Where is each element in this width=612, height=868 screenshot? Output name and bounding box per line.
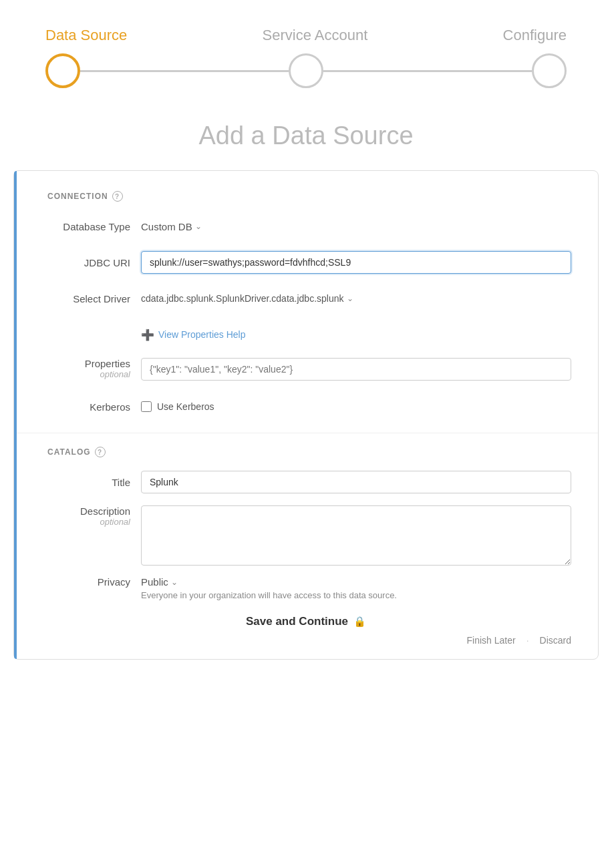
- privacy-label: Privacy: [47, 576, 141, 588]
- catalog-title-input[interactable]: [141, 471, 571, 493]
- view-props-label: View Properties Help: [158, 329, 245, 340]
- step-label-configure: Configure: [503, 27, 567, 44]
- stepper-circles: [45, 53, 567, 88]
- driver-value: cdata.jdbc.splunk.SplunkDriver.cdata.jdb…: [141, 293, 344, 304]
- finish-later-link[interactable]: Finish Later: [466, 635, 515, 646]
- save-btn-row: Save and Continue 🔒: [14, 615, 598, 628]
- view-props-link[interactable]: ➕ View Properties Help: [141, 329, 571, 341]
- connection-section: CONNECTION ? Database Type Custom DB ⌄ J…: [14, 191, 598, 419]
- step-2[interactable]: [289, 53, 323, 88]
- page-title: Add a Data Source: [0, 122, 612, 150]
- kerberos-checkbox-label: Use Kerberos: [157, 401, 214, 412]
- properties-input[interactable]: [141, 358, 571, 381]
- db-type-value: Custom DB: [141, 221, 192, 232]
- step-3[interactable]: [532, 53, 567, 88]
- stepper-section: Data Source Service Account Configure: [0, 0, 612, 101]
- db-type-label: Database Type: [47, 221, 141, 232]
- catalog-title-label: Title: [47, 477, 141, 488]
- properties-label: Properties optional: [47, 358, 141, 379]
- db-type-caret: ⌄: [195, 222, 202, 231]
- db-type-row: Database Type Custom DB ⌄: [47, 214, 571, 239]
- separator: ·: [526, 635, 529, 646]
- kerberos-row: Kerberos Use Kerberos: [47, 394, 571, 419]
- driver-select[interactable]: cdata.jdbc.splunk.SplunkDriver.cdata.jdb…: [141, 293, 353, 304]
- kerberos-label: Kerberos: [47, 401, 141, 413]
- select-driver-label: Select Driver: [47, 293, 141, 304]
- kerberos-checkbox-row[interactable]: Use Kerberos: [141, 401, 214, 412]
- privacy-value: Public: [141, 576, 168, 588]
- db-type-select[interactable]: Custom DB ⌄: [141, 221, 202, 232]
- catalog-section: CATALOG ? Title Description optional Pri…: [14, 447, 598, 602]
- description-label: Description optional: [47, 505, 141, 527]
- jdbc-uri-input[interactable]: [141, 251, 571, 274]
- step-label-service-account: Service Account: [263, 27, 368, 44]
- stepper-labels: Data Source Service Account Configure: [45, 27, 567, 53]
- privacy-section: Public ⌄ Everyone in your organization w…: [141, 576, 397, 600]
- jdbc-uri-label: JDBC URI: [47, 257, 141, 268]
- kerberos-checkbox[interactable]: [141, 401, 152, 412]
- step-1[interactable]: [45, 53, 80, 88]
- save-button[interactable]: Save and Continue 🔒: [246, 615, 366, 628]
- stepper-line-2: [323, 70, 532, 72]
- connection-help-icon[interactable]: ?: [112, 191, 123, 202]
- jdbc-uri-row: JDBC URI: [47, 250, 571, 275]
- bottom-links: Finish Later · Discard: [14, 635, 598, 646]
- save-label: Save and Continue: [246, 615, 348, 628]
- privacy-row: Privacy Public ⌄ Everyone in your organi…: [47, 576, 571, 602]
- properties-row: Properties optional: [47, 358, 571, 383]
- section-divider: [14, 433, 598, 433]
- step-circle-1[interactable]: [45, 53, 80, 88]
- description-textarea[interactable]: [141, 505, 571, 566]
- privacy-caret: ⌄: [171, 578, 178, 587]
- step-circle-2[interactable]: [289, 53, 323, 88]
- description-row: Description optional: [47, 505, 571, 566]
- discard-link[interactable]: Discard: [540, 635, 571, 646]
- catalog-section-title: CATALOG ?: [47, 447, 571, 457]
- lock-icon: 🔒: [353, 616, 366, 628]
- catalog-title-row: Title: [47, 469, 571, 495]
- connection-section-title: CONNECTION ?: [47, 191, 571, 202]
- stepper-line-1: [80, 70, 289, 72]
- download-circle-icon: ➕: [141, 329, 154, 341]
- view-props-row: ➕ View Properties Help: [47, 322, 571, 347]
- step-circle-3[interactable]: [532, 53, 567, 88]
- step-label-data-source: Data Source: [45, 27, 127, 44]
- catalog-help-icon[interactable]: ?: [95, 447, 106, 457]
- form-card: CONNECTION ? Database Type Custom DB ⌄ J…: [13, 170, 599, 660]
- driver-caret: ⌄: [347, 294, 353, 303]
- select-driver-row: Select Driver cdata.jdbc.splunk.SplunkDr…: [47, 286, 571, 311]
- privacy-select[interactable]: Public ⌄: [141, 576, 397, 588]
- privacy-note: Everyone in your organization will have …: [141, 590, 397, 600]
